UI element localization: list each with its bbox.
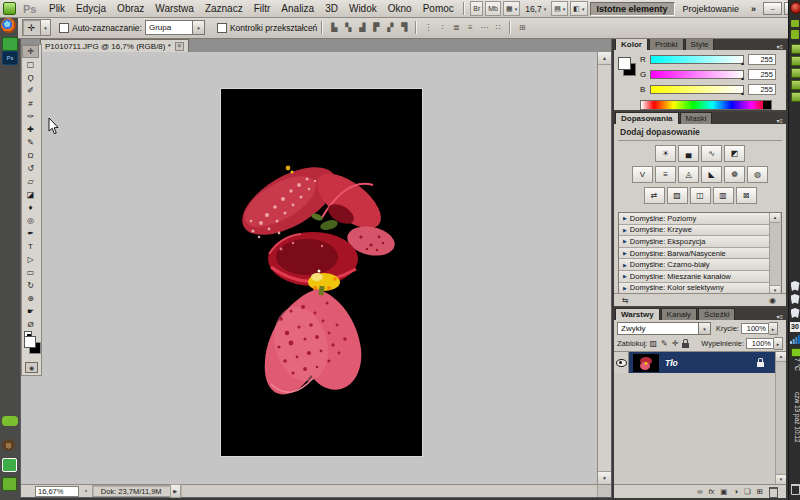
preset-channel-mixer[interactable]: ▶Domyślne: Mieszanie kanałów <box>619 271 770 283</box>
exposure-button[interactable]: ◩ <box>724 145 745 162</box>
distribute-bottom-button[interactable]: ≣ <box>451 23 462 32</box>
folder-icon[interactable] <box>791 80 800 90</box>
gradient-tool-button[interactable]: ◪ <box>22 188 39 201</box>
menu-pomoc[interactable]: Pomoc <box>417 3 459 14</box>
view-extras-button[interactable]: ▤▾ <box>551 1 568 16</box>
lasso-tool-button[interactable]: Ϙ <box>22 71 39 84</box>
return-to-list-button[interactable]: ⇆ <box>622 296 629 305</box>
minimize-button[interactable]: – <box>763 2 782 15</box>
lock-transparency-icon[interactable]: ▨ <box>649 339 657 348</box>
red-slider-thumb-icon[interactable]: ▲ <box>740 60 745 66</box>
invert-button[interactable]: ⇄ <box>644 187 665 204</box>
menu-filtr[interactable]: Filtr <box>248 3 276 14</box>
green-slider[interactable] <box>650 70 744 79</box>
fill-flyout-icon[interactable]: ▸ <box>774 337 783 350</box>
status-flyout-button[interactable]: ▶ <box>170 484 181 498</box>
blend-mode-arrow[interactable]: ▾ <box>699 322 711 335</box>
canvas-area[interactable] <box>21 52 597 484</box>
brush-tool-button[interactable]: ✎ <box>22 136 39 149</box>
preset-curves[interactable]: ▶Domyślne: Krzywe <box>619 225 770 237</box>
workspace-istotne-elementy[interactable]: Istotne elementy <box>590 2 675 16</box>
foreground-color-swatch[interactable] <box>24 336 36 348</box>
shape-tool-button[interactable]: ▭ <box>22 266 39 279</box>
distribute-left-button[interactable]: ≡ <box>465 23 476 32</box>
tab-probki[interactable]: Próbki <box>649 38 684 50</box>
layer-row-background[interactable]: Tło <box>614 352 776 373</box>
new-layer-button[interactable]: ⊞ <box>757 487 763 496</box>
menu-analiza[interactable]: Analiza <box>276 3 320 14</box>
visibility-toggle[interactable] <box>614 352 629 373</box>
crop-tool-button[interactable]: # <box>22 97 39 110</box>
media-desktop-icon[interactable] <box>2 477 17 491</box>
green-value-field[interactable]: 255 <box>748 69 776 80</box>
spot-healing-tool-button[interactable]: ✚ <box>22 123 39 136</box>
menu-zaznacz[interactable]: Zaznacz <box>199 3 248 14</box>
layer-thumbnail[interactable] <box>633 354 659 372</box>
move-tool-button[interactable]: ✛ <box>22 45 39 58</box>
eyedropper-tool-button[interactable]: ✑ <box>22 110 39 123</box>
vertical-scrollbar[interactable]: ▲ ▼ <box>597 52 611 484</box>
monkey-desktop-icon[interactable] <box>2 439 15 451</box>
menu-plik[interactable]: Plik <box>43 3 70 14</box>
photo-filter-button[interactable]: ❁ <box>724 166 745 183</box>
gecko-desktop-icon[interactable] <box>2 416 18 426</box>
move-tool-preset-button[interactable]: ✛ <box>22 19 41 36</box>
menu-3d[interactable]: 3D <box>320 3 344 14</box>
tool-preset-dropdown[interactable]: ▾ <box>41 19 51 36</box>
tab-sciezki[interactable]: Ścieżki <box>698 308 735 320</box>
scroll-down-icon[interactable]: ▼ <box>598 471 611 484</box>
scroll-up-icon[interactable]: ▲ <box>598 52 611 65</box>
panel-menu-icon[interactable]: ▾≡ <box>773 313 786 320</box>
gradient-map-button[interactable]: ▥ <box>713 187 734 204</box>
vibrance-button[interactable]: V <box>632 166 653 183</box>
tab-kolor[interactable]: Kolor <box>615 38 648 50</box>
firefox-icon[interactable] <box>1 18 16 33</box>
document-desktop-icon[interactable] <box>2 37 18 51</box>
new-adjustment-button[interactable]: ◑ <box>733 487 738 496</box>
opacity-flyout-icon[interactable]: ▸ <box>769 322 778 335</box>
red-slider[interactable] <box>650 55 744 64</box>
workspace-overflow-button[interactable]: » <box>751 4 756 14</box>
preset-levels[interactable]: ▶Domyślne: Poziomy <box>619 213 770 225</box>
auto-align-button[interactable]: ⊞ <box>517 23 528 32</box>
horizontal-scrollbar[interactable] <box>181 485 597 497</box>
shield-icon[interactable] <box>791 308 800 318</box>
preset-black-white[interactable]: ▶Domyślne: Czarno-biały <box>619 259 770 271</box>
menu-widok[interactable]: Widok <box>343 3 382 14</box>
hand-tool-button[interactable]: ☛ <box>22 305 39 318</box>
levels-button[interactable]: ▄ <box>678 145 699 162</box>
transform-controls-checkbox[interactable] <box>217 23 227 33</box>
scroll-up-icon[interactable]: ▲ <box>770 213 780 223</box>
auto-select-checkbox[interactable] <box>59 23 69 33</box>
tab-style[interactable]: Style <box>685 38 715 50</box>
folder-icon[interactable] <box>791 92 800 102</box>
calendar-date-badge[interactable]: 30 <box>790 322 800 332</box>
document-tab[interactable]: P1010711.JPG @ 16,7% (RGB/8) * × <box>40 39 189 52</box>
blend-mode-dropdown[interactable]: Zwykły <box>617 322 699 335</box>
align-left-button[interactable]: ▙ <box>329 23 340 32</box>
quick-selection-tool-button[interactable]: ✐ <box>22 84 39 97</box>
add-mask-button[interactable]: ▣ <box>720 487 727 496</box>
panel-menu-icon[interactable]: ▾≡ <box>773 117 786 124</box>
menu-warstwa[interactable]: Warstwa <box>150 3 200 14</box>
channel-mixer-button[interactable]: ◍ <box>747 166 768 183</box>
pen-tool-button[interactable]: ✒ <box>22 227 39 240</box>
align-right-button[interactable]: ▟ <box>357 23 368 32</box>
workspace-projektowanie[interactable]: Projektowanie <box>677 3 746 15</box>
clone-stamp-tool-button[interactable]: Ω <box>22 149 39 162</box>
layers-scrollbar[interactable]: ▲ ▼ <box>775 352 786 484</box>
tab-dopasowania[interactable]: Dopasowania <box>615 112 679 124</box>
bridge-button[interactable]: Br <box>470 1 483 16</box>
tray-cloud2-icon[interactable] <box>791 294 800 304</box>
presets-scrollbar[interactable]: ▲ ▼ <box>769 213 781 295</box>
layer-style-button[interactable]: fx <box>709 487 715 496</box>
align-top-button[interactable]: ▛ <box>371 23 382 32</box>
preset-hue-saturation[interactable]: ▶Domyślne: Barwa/Nasycenie <box>619 248 770 260</box>
posterize-button[interactable]: ▨ <box>667 187 688 204</box>
marquee-tool-button[interactable]: ▢ <box>22 58 39 71</box>
image-canvas[interactable] <box>221 89 422 456</box>
lock-paint-icon[interactable]: ✎ <box>661 339 668 348</box>
tab-kanaly[interactable]: Kanały <box>661 308 697 320</box>
quick-mask-button[interactable]: ◉ <box>25 362 38 373</box>
delete-layer-button[interactable] <box>769 487 778 498</box>
